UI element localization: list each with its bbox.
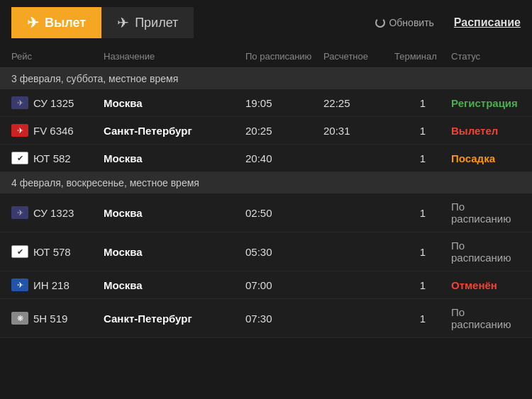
depart-plane-icon: ✈ — [27, 14, 39, 31]
status-badge: По расписанию — [451, 240, 521, 264]
destination: Москва — [104, 246, 245, 258]
status-badge: Отменён — [451, 279, 521, 291]
terminal: 1 — [394, 152, 451, 164]
terminal: 1 — [394, 125, 451, 137]
status-badge: По расписанию — [451, 306, 521, 330]
flight-groups: 3 февраля, суббота, местное время ✈ СУ 1… — [0, 68, 532, 338]
estimated-time: 22:25 — [323, 97, 394, 109]
airline-icon: ✈ — [11, 124, 28, 137]
terminal: 1 — [394, 246, 451, 258]
col-status: Статус — [451, 51, 521, 62]
column-headers: Рейс Назначение По расписанию Расчетное … — [0, 45, 532, 68]
flight-number: ❋ 5Н 519 — [11, 312, 104, 325]
flight-row[interactable]: ✈ FV 6346 Санкт-Петербург 20:25 20:31 1 … — [0, 117, 532, 145]
scheduled-time: 07:30 — [245, 313, 323, 325]
tab-arrive-label: Прилет — [135, 16, 178, 30]
flight-number: ✔ ЮТ 578 — [11, 245, 104, 258]
tab-depart-label: Вылет — [45, 16, 86, 30]
scheduled-time: 05:30 — [245, 246, 323, 258]
airline-icon: ✔ — [11, 245, 28, 258]
status-badge: Регистрация — [451, 97, 521, 109]
date-row: 3 февраля, суббота, местное время — [0, 68, 532, 89]
terminal: 1 — [394, 207, 451, 219]
terminal: 1 — [394, 313, 451, 325]
refresh-icon — [375, 18, 385, 28]
col-terminal: Терминал — [394, 51, 451, 62]
scheduled-time: 07:00 — [245, 279, 323, 291]
arrive-plane-icon: ✈ — [117, 14, 129, 31]
flight-code: 5Н 519 — [33, 313, 67, 325]
flight-row[interactable]: ✈ СУ 1325 Москва 19:05 22:25 1 Регистрац… — [0, 89, 532, 117]
status-badge: Посадка — [451, 152, 521, 164]
airline-icon: ✔ — [11, 152, 28, 164]
destination: Москва — [104, 152, 245, 164]
col-estimated: Расчетное — [323, 51, 394, 62]
scheduled-time: 19:05 — [245, 97, 323, 109]
tab-depart[interactable]: ✈ Вылет — [11, 7, 101, 38]
flight-number: ✈ ИН 218 — [11, 279, 104, 291]
flight-row[interactable]: ✈ ИН 218 Москва 07:00 1 Отменён — [0, 271, 532, 299]
destination: Москва — [104, 207, 245, 219]
terminal: 1 — [394, 279, 451, 291]
flight-row[interactable]: ✔ ЮТ 578 Москва 05:30 1 По расписанию — [0, 232, 532, 271]
destination: Москва — [104, 97, 245, 109]
schedule-link[interactable]: Расписание — [454, 16, 521, 29]
airline-icon: ✈ — [11, 96, 28, 109]
airline-icon: ❋ — [11, 312, 28, 325]
tab-arrive[interactable]: ✈ Прилет — [101, 7, 194, 38]
flight-code: ЮТ 582 — [33, 152, 71, 164]
destination: Москва — [104, 279, 245, 291]
status-badge: Вылетел — [451, 125, 521, 137]
scheduled-time: 20:40 — [245, 152, 323, 164]
terminal: 1 — [394, 97, 451, 109]
col-flight: Рейс — [11, 51, 104, 62]
refresh-label: Обновить — [389, 17, 433, 28]
flight-code: FV 6346 — [33, 125, 74, 137]
flight-number: ✈ FV 6346 — [11, 124, 104, 137]
airline-icon: ✈ — [11, 279, 28, 291]
scheduled-time: 20:25 — [245, 125, 323, 137]
flight-code: СУ 1325 — [33, 97, 74, 109]
app-container: ✈ Вылет ✈ Прилет Обновить Расписание Рей… — [0, 0, 532, 338]
destination: Санкт-Петербург — [104, 313, 245, 325]
header: ✈ Вылет ✈ Прилет Обновить Расписание — [0, 0, 532, 45]
flight-code: СУ 1323 — [33, 207, 74, 219]
estimated-time: 20:31 — [323, 125, 394, 137]
scheduled-time: 02:50 — [245, 207, 323, 219]
flight-row[interactable]: ✔ ЮТ 582 Москва 20:40 1 Посадка — [0, 145, 532, 172]
airline-icon: ✈ — [11, 206, 28, 219]
status-badge: По расписанию — [451, 201, 521, 225]
flight-code: ЮТ 578 — [33, 246, 71, 258]
destination: Санкт-Петербург — [104, 125, 245, 137]
flight-code: ИН 218 — [33, 279, 70, 291]
flight-number: ✈ СУ 1323 — [11, 206, 104, 219]
flight-number: ✈ СУ 1325 — [11, 96, 104, 109]
date-row: 4 февраля, воскресенье, местное время — [0, 172, 532, 193]
col-destination: Назначение — [104, 51, 245, 62]
col-scheduled: По расписанию — [245, 51, 323, 62]
flight-number: ✔ ЮТ 582 — [11, 152, 104, 164]
refresh-button[interactable]: Обновить — [375, 17, 433, 28]
flight-row[interactable]: ❋ 5Н 519 Санкт-Петербург 07:30 1 По расп… — [0, 299, 532, 338]
flight-row[interactable]: ✈ СУ 1323 Москва 02:50 1 По расписанию — [0, 193, 532, 232]
